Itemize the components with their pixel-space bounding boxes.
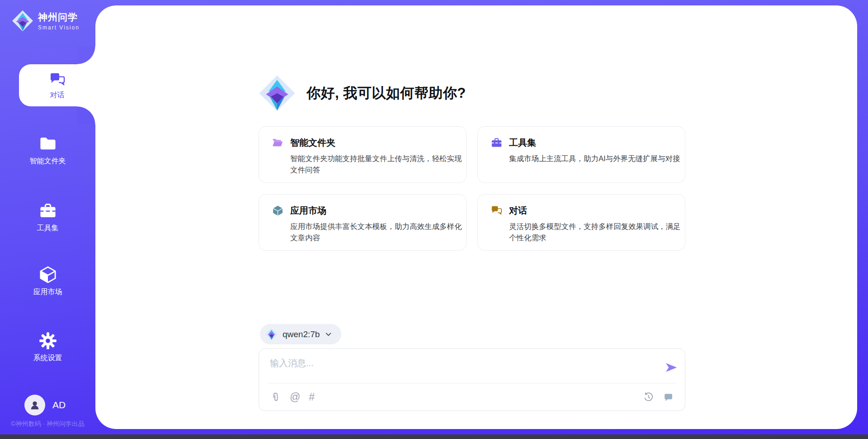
at-sign-icon: @	[290, 392, 300, 402]
paperclip-icon	[270, 391, 281, 403]
send-plane-icon	[665, 361, 678, 374]
card-title: 智能文件夹	[290, 137, 335, 149]
sidebar-item-label: 应用市场	[33, 287, 62, 297]
chat-bubbles-icon	[491, 205, 503, 217]
greeting: 你好, 我可以如何帮助你?	[259, 75, 466, 112]
sidebar-item-label: 对话	[50, 91, 65, 100]
chat-bubbles-icon	[49, 71, 66, 88]
card-header: 智能文件夹	[272, 137, 454, 149]
card-app-market[interactable]: 应用市场 应用市场提供丰富长文本模板，助力高效生成多样化文章内容	[259, 194, 467, 251]
avatar	[24, 395, 45, 415]
card-header: 应用市场	[272, 205, 454, 217]
gear-icon	[38, 331, 57, 350]
cube-icon	[272, 205, 284, 217]
composer-toolbar: @ #	[268, 383, 676, 410]
new-chat-button[interactable]	[663, 391, 674, 403]
active-blob-fillet-top	[77, 46, 95, 64]
card-description: 灵活切换多模型文件，支持多样回复效果调试，满足个性化需求	[509, 221, 686, 243]
attach-file-button[interactable]	[270, 391, 281, 403]
card-title: 工具集	[509, 137, 536, 149]
folder-open-icon	[272, 137, 284, 149]
message-input[interactable]	[259, 349, 685, 382]
sidebar-item-label: 系统设置	[33, 353, 62, 363]
brand-text: 神州问学 Smart Vision	[38, 11, 80, 31]
person-icon	[28, 398, 42, 412]
card-smart-folder[interactable]: 智能文件夹 智能文件夹功能支持批量文件上传与清洗，轻松实现文件问答	[259, 126, 467, 183]
card-toolset[interactable]: 工具集 集成市场上主流工具，助力AI与外界无缝扩展与对接	[477, 126, 685, 183]
send-button[interactable]	[664, 361, 679, 375]
card-chat[interactable]: 对话 灵活切换多模型文件，支持多样回复效果调试，满足个性化需求	[477, 194, 685, 251]
brand-subtitle: Smart Vision	[38, 24, 80, 31]
folder-icon	[38, 134, 57, 153]
user-profile[interactable]: AD	[24, 395, 66, 415]
mention-button[interactable]: @	[290, 392, 300, 402]
sidebar-item-app-market[interactable]: 应用市场	[0, 265, 95, 297]
active-blob-fillet-bottom	[77, 106, 95, 124]
cube-icon	[38, 265, 57, 284]
sidebar-item-toolset[interactable]: 工具集	[0, 201, 95, 233]
copyright-text: ©神州数码 · 神州问学出品	[0, 420, 95, 428]
user-initials: AD	[52, 400, 66, 410]
chevron-down-icon	[325, 330, 332, 338]
model-name: qwen2:7b	[283, 329, 320, 339]
sidebar-item-chat[interactable]: 对话	[19, 64, 95, 106]
card-header: 对话	[491, 205, 673, 217]
model-logo-icon	[265, 328, 278, 340]
card-title: 对话	[509, 205, 527, 217]
model-selector[interactable]: qwen2:7b	[260, 324, 341, 344]
chat-bubble-icon	[663, 391, 674, 403]
composer: @ #	[259, 348, 685, 411]
hash-icon: #	[309, 392, 315, 402]
feature-cards: 智能文件夹 智能文件夹功能支持批量文件上传与清洗，轻松实现文件问答 工具集 集成…	[259, 126, 685, 251]
sidebar-item-smart-folder[interactable]: 智能文件夹	[0, 134, 95, 166]
card-description: 应用市场提供丰富长文本模板，助力高效生成多样化文章内容	[290, 221, 467, 243]
brand-logo-icon	[12, 10, 33, 32]
brand: 神州问学 Smart Vision	[12, 10, 80, 32]
card-header: 工具集	[491, 137, 673, 149]
greeting-title: 你好, 我可以如何帮助你?	[307, 84, 466, 103]
topic-button[interactable]: #	[309, 392, 315, 402]
app-window: 神州问学 Smart Vision 对话 智能文件夹	[0, 0, 868, 439]
sidebar-item-label: 工具集	[37, 224, 59, 233]
card-description: 集成市场上主流工具，助力AI与外界无缝扩展与对接	[509, 153, 686, 164]
toolbox-icon	[491, 137, 503, 149]
history-clock-icon	[643, 391, 654, 403]
greeting-logo-icon	[259, 75, 296, 112]
card-description: 智能文件夹功能支持批量文件上传与清洗，轻松实现文件问答	[290, 153, 467, 176]
main-panel: 你好, 我可以如何帮助你? 智能文件夹 智能文件夹功能支持批量文件上传与清洗，轻…	[95, 5, 857, 429]
brand-name: 神州问学	[38, 11, 80, 24]
toolbox-icon	[38, 201, 57, 220]
sidebar: 神州问学 Smart Vision 对话 智能文件夹	[0, 0, 95, 439]
history-button[interactable]	[643, 391, 654, 403]
sidebar-item-settings[interactable]: 系统设置	[0, 331, 95, 363]
sidebar-item-label: 智能文件夹	[30, 157, 66, 166]
window-bottom-edge	[0, 434, 868, 439]
card-title: 应用市场	[290, 205, 326, 217]
